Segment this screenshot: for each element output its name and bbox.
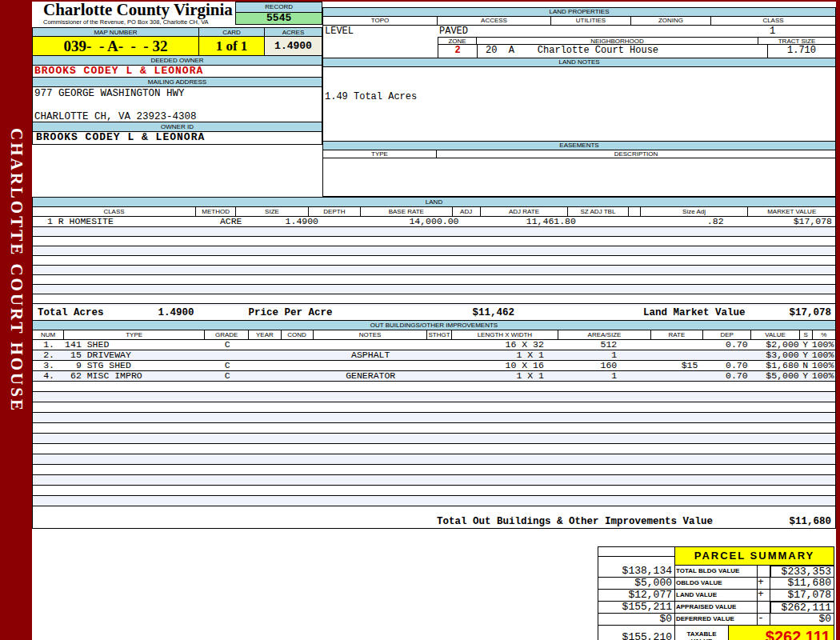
ob-area-size-header: AREA/SIZE xyxy=(558,330,651,340)
zone-label: ZONE xyxy=(438,37,476,45)
ob-value: $3,000 xyxy=(751,350,799,360)
county-title-wrap: Charlotte County Virginia Commissioner o… xyxy=(32,2,235,27)
ob-area: 160 xyxy=(558,361,650,370)
ps-label: TOTAL BLDG VALUE xyxy=(675,566,758,578)
ob-year xyxy=(250,361,282,370)
ob-value: $2,000 xyxy=(751,340,799,350)
topo-value: LEVEL xyxy=(323,26,439,37)
ob-grade-header: GRADE xyxy=(205,330,249,340)
card-value: 1 of 1 xyxy=(198,37,264,56)
taxable-label-line1: TAXABLE xyxy=(675,630,728,638)
ob-dep: 0.70 xyxy=(702,371,750,381)
ps-label: OBLDG VALUE xyxy=(675,578,758,590)
ob-year xyxy=(250,350,282,360)
ob-dep-header: DEP xyxy=(703,330,751,340)
land-adj-rate: 11,461.80 xyxy=(495,217,582,226)
price-per-acre-value: $11,462 xyxy=(473,307,515,318)
ob-cond xyxy=(282,340,314,350)
land-properties-headers: TOPO ACCESS UTILITIES ZONING CLASS xyxy=(322,17,836,26)
land-size-header: SIZE xyxy=(236,207,308,217)
ob-comp: 100% xyxy=(812,371,835,381)
ob-dep xyxy=(702,350,750,360)
tract-size-label: TRACT SIZE xyxy=(758,37,835,45)
land-class: 1 R HOMESITE xyxy=(33,217,211,226)
ob-rate xyxy=(650,350,702,360)
land-market-value-total: $17,078 xyxy=(789,307,831,318)
record-label: RECORD xyxy=(235,2,322,13)
map-value-row: 039- - A- - - 32 1 of 1 1.4900 xyxy=(32,37,322,56)
land-notes-title: LAND NOTES xyxy=(322,58,836,67)
land-size: 1.4900 xyxy=(251,217,323,226)
access-header: ACCESS xyxy=(437,17,550,26)
utilities-header: UTILITIES xyxy=(550,17,630,26)
ob-total-label: Total Out Buildings & Other Improvements… xyxy=(437,516,713,527)
land-class-header: CLASS xyxy=(32,207,196,217)
land-size-adj: .82 xyxy=(654,217,762,226)
owner-id-value: BROOKS CODEY L & LEONORA xyxy=(32,132,322,145)
ob-notes xyxy=(314,361,427,370)
ob-lw: 1 X 1 xyxy=(452,371,558,381)
zone-row-spacer xyxy=(323,37,438,45)
ob-s: Y xyxy=(799,371,812,381)
ps-row-taxable: $155,210 TAXABLE VALUE $262,111 xyxy=(598,626,834,640)
land-method: ACRE xyxy=(211,217,251,226)
land-title: LAND xyxy=(32,197,836,207)
ob-comp: 100% xyxy=(812,350,835,360)
neighborhood-code: 20 xyxy=(486,45,497,56)
ob-lw: 1 X 1 xyxy=(452,350,558,360)
ob-s-header: S xyxy=(800,330,813,340)
land-blank-header xyxy=(629,207,641,217)
ps-row-deferred: $0 DEFERRED VALUE - $0 xyxy=(598,614,834,626)
topo-header: TOPO xyxy=(322,17,437,26)
ob-cond xyxy=(282,361,314,370)
land-size-adj-header: Size Adj xyxy=(641,207,749,217)
land-table-headers: CLASS METHOD SIZE DEPTH BASE RATE ADJ AD… xyxy=(32,207,836,217)
easement-description-header: DESCRIPTION xyxy=(436,150,836,158)
land-sz-adj-tbl-header: SZ ADJ TBL xyxy=(568,207,628,217)
deeded-owner-value: BROOKS CODEY L & LEONORA xyxy=(32,66,322,78)
ob-area: 1 xyxy=(558,350,650,360)
ps-row-land: $12,077 LAND VALUE + $17,078 xyxy=(598,590,834,602)
ob-s: Y xyxy=(799,340,812,350)
ob-rate: $15 xyxy=(650,361,702,370)
ob-row-1: 1. 141 SHED C 16 X 32 512 0.70 $2,000 Y … xyxy=(32,340,836,350)
map-header-row: MAP NUMBER CARD ACRES xyxy=(32,27,322,37)
ps-value: $17,078 xyxy=(770,590,834,602)
ob-rate xyxy=(650,371,702,381)
taxable-label-line2: VALUE xyxy=(675,638,728,640)
top-section: Charlotte County Virginia Commissioner o… xyxy=(32,2,836,197)
ob-notes-header: NOTES xyxy=(314,330,428,340)
ob-type-header: TYPE xyxy=(64,330,205,340)
mailing-address-label: MAILING ADDRESS xyxy=(32,78,322,87)
tract-size-value: 1.710 xyxy=(767,45,835,58)
ob-lw: 10 X 16 xyxy=(452,361,558,370)
ob-notes: ASPHALT xyxy=(314,350,427,360)
ob-type: 62 MISC IMPRO xyxy=(65,371,206,381)
ob-type: 141 SHED xyxy=(65,340,206,350)
price-per-acre-label: Price Per Acre xyxy=(249,307,333,318)
ps-left-value: $155,211 xyxy=(598,602,675,614)
ob-type: 9 STG SHED xyxy=(65,361,206,370)
neighborhood-sub: A xyxy=(509,45,514,56)
ob-comp: 100% xyxy=(812,340,835,350)
ob-rate-header: RATE xyxy=(651,330,703,340)
out-buildings-title: OUT BUILDINGS/OTHER IMPROVEMENTS xyxy=(32,321,836,330)
land-note: 1.49 Total Acres xyxy=(323,91,835,102)
ob-sthgt xyxy=(427,340,451,350)
ps-row-obldg: $5,000 OBLDG VALUE + $11,680 xyxy=(598,578,834,590)
ps-value: $262,111 xyxy=(770,601,834,614)
bottom-section: PARCEL SUMMARY $138,134 TOTAL BLDG VALUE… xyxy=(32,529,836,640)
ob-grade: C xyxy=(206,340,250,350)
ob-length-width-header: LENGTH X WIDTH xyxy=(452,330,559,340)
ob-num: 2. xyxy=(33,350,65,360)
address-line2: CHARLOTTE CH, VA 23923-4308 xyxy=(34,111,322,122)
ps-left-value: $5,000 xyxy=(598,578,675,590)
neighborhood-value: 20 A Charlotte Court House xyxy=(477,45,767,58)
land-market-value-label: Land Market Value xyxy=(643,307,746,318)
land-market-value: $17,078 xyxy=(762,217,835,226)
zoning-header: ZONING xyxy=(630,17,710,26)
ob-sthgt xyxy=(427,371,451,381)
ob-comp: 100% xyxy=(812,361,835,370)
ob-rate xyxy=(650,340,702,350)
ob-year xyxy=(250,371,282,381)
